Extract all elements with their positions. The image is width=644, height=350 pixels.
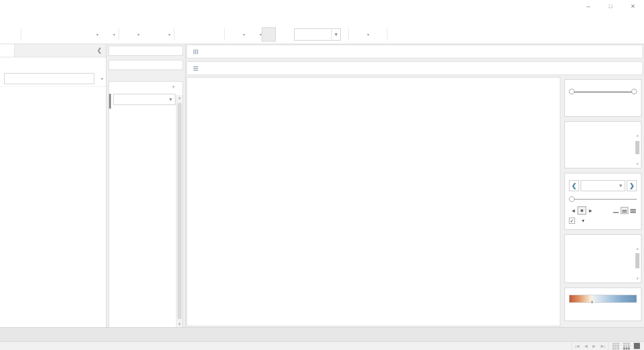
refresh-icon[interactable] — [98, 27, 113, 42]
range-slider-right-handle[interactable] — [631, 89, 637, 94]
date-range-slider[interactable] — [569, 89, 637, 95]
sort-ascending-icon[interactable] — [192, 27, 206, 42]
viz-area[interactable] — [187, 77, 560, 326]
field-list — [0, 93, 106, 327]
size-legend-scrollbar[interactable]: ∧ ∨ — [635, 247, 640, 281]
collapse-pane-icon[interactable]: ❮ — [97, 44, 106, 57]
range-slider-left-handle[interactable] — [569, 89, 575, 94]
scroll-up-icon[interactable]: ∧ — [176, 96, 183, 100]
year-slider-knob[interactable] — [569, 196, 575, 202]
save-icon[interactable] — [53, 27, 67, 42]
year-slider[interactable] — [569, 196, 637, 202]
new-worksheet-icon[interactable] — [123, 27, 137, 42]
fit-dropdown[interactable]: ▼ — [294, 28, 341, 41]
pause-updates-icon[interactable] — [82, 27, 96, 42]
chevron-down-icon[interactable]: ▾ — [101, 77, 103, 81]
scroll-down-icon[interactable]: ∨ — [635, 276, 640, 281]
sort-descending-icon[interactable] — [206, 27, 221, 42]
window-controls: – □ × — [577, 0, 644, 13]
columns-shelf[interactable] — [187, 45, 643, 58]
chevron-down-icon: ▼ — [331, 29, 340, 40]
import-market-filter-card: ∧ ∨ — [564, 121, 641, 168]
datasource-row[interactable] — [0, 57, 106, 71]
sheet-nav-controls: |◀ ◀ ▶ ▶| — [571, 342, 609, 350]
close-button[interactable]: × — [622, 0, 644, 13]
tab-analytics[interactable] — [15, 44, 29, 57]
marks-card[interactable]: ▼ ▼ ∧ ∨ — [109, 81, 183, 327]
stop-icon[interactable]: ■ — [578, 206, 586, 215]
show-caption-icon[interactable] — [352, 27, 367, 42]
import-date-filter-card — [564, 79, 641, 117]
scroll-down-icon[interactable]: ∨ — [635, 162, 640, 166]
play-backward-icon[interactable]: ◀ — [569, 206, 578, 215]
redo-icon[interactable] — [39, 27, 53, 42]
show-history-checkbox[interactable]: ✓ — [569, 218, 575, 224]
previous-sheet-icon[interactable]: ◀ — [584, 344, 587, 348]
toolbar: ▾ ▾ ▾ ▾ ▾ ▾ ▼ ▾ — [0, 25, 644, 44]
speed-medium-icon[interactable] — [621, 207, 628, 214]
speed-slow-icon[interactable] — [612, 207, 620, 214]
tables-header — [0, 87, 106, 93]
show-tabs-icon[interactable] — [613, 343, 619, 349]
chevron-down-icon[interactable]: ▼ — [171, 85, 175, 89]
presentation-mode-icon[interactable] — [369, 27, 383, 42]
title-bar: – □ × — [0, 0, 644, 13]
tableau-logo-icon — [4, 2, 13, 11]
menu-bar — [0, 13, 644, 25]
columns-shelf-label — [187, 48, 247, 55]
scroll-up-icon[interactable]: ∧ — [635, 247, 640, 251]
scroll-up-icon[interactable]: ∧ — [635, 134, 640, 138]
rows-shelf-label — [187, 65, 247, 72]
show-mark-labels-toggle-icon[interactable] — [262, 27, 276, 42]
next-sheet-icon[interactable]: ▶ — [593, 344, 596, 348]
search-input[interactable] — [5, 75, 92, 82]
minimize-button[interactable]: – — [577, 0, 599, 13]
shelf-column: ▼ ▼ ∧ ∨ — [106, 44, 186, 327]
scrollbar-thumb[interactable] — [635, 253, 639, 268]
last-sheet-icon[interactable]: ▶| — [601, 344, 605, 348]
search-row: ▾ — [0, 71, 106, 87]
speed-fast-icon[interactable] — [629, 207, 637, 214]
tab-data[interactable] — [0, 44, 15, 57]
highlight-icon[interactable] — [228, 27, 242, 42]
clear-sheet-icon[interactable] — [154, 27, 168, 42]
right-panel: ∧ ∨ ❮ ▼ ❯ — [560, 76, 644, 327]
tableau-home-icon[interactable] — [3, 27, 17, 42]
year-dropdown[interactable]: ▼ — [581, 180, 625, 191]
color-legend-gradient[interactable] — [569, 295, 637, 303]
columns-icon — [192, 48, 199, 55]
first-sheet-icon[interactable]: |◀ — [575, 344, 579, 348]
share-icon[interactable] — [391, 27, 405, 42]
scrollbar-thumb[interactable] — [177, 103, 182, 319]
data-pane-tabs: ❮ — [0, 44, 106, 57]
undo-icon[interactable] — [25, 27, 39, 42]
new-datasource-icon[interactable] — [67, 27, 82, 42]
swap-rows-columns-icon[interactable] — [178, 27, 192, 42]
filters-shelf[interactable] — [109, 60, 183, 70]
play-forward-icon[interactable]: ▶ — [586, 206, 595, 215]
chevron-down-icon[interactable]: ▼ — [581, 219, 585, 223]
marks-scrollbar[interactable]: ∧ ∨ — [176, 95, 183, 327]
scroll-down-icon[interactable]: ∨ — [176, 322, 183, 326]
mark-type-dropdown[interactable]: ▼ — [113, 94, 175, 105]
fix-axes-icon[interactable] — [276, 27, 290, 42]
market-scrollbar[interactable]: ∧ ∨ — [635, 134, 640, 166]
year-page-card: ❮ ▼ ❯ ◀ ■ ▶ — [564, 173, 641, 230]
pages-shelf[interactable] — [109, 46, 183, 56]
next-year-button[interactable]: ❯ — [627, 180, 637, 191]
duplicate-sheet-icon[interactable] — [139, 27, 154, 42]
previous-year-button[interactable]: ❮ — [569, 180, 579, 191]
view-mode-controls — [609, 343, 644, 349]
search-box[interactable] — [4, 73, 94, 84]
color-legend-card — [564, 288, 641, 321]
data-pane: ❮ ▾ — [0, 44, 106, 327]
maximize-button[interactable]: □ — [599, 0, 622, 13]
show-filmstrip-icon[interactable] — [623, 343, 630, 349]
scrollbar-thumb[interactable] — [635, 141, 639, 154]
size-legend-card: ∧ ∨ — [564, 234, 641, 283]
show-sheet-icon[interactable] — [634, 343, 640, 349]
rows-icon — [192, 65, 199, 72]
viz-chart[interactable] — [187, 78, 560, 326]
rows-shelf[interactable] — [187, 61, 643, 75]
group-members-icon[interactable] — [245, 27, 259, 42]
